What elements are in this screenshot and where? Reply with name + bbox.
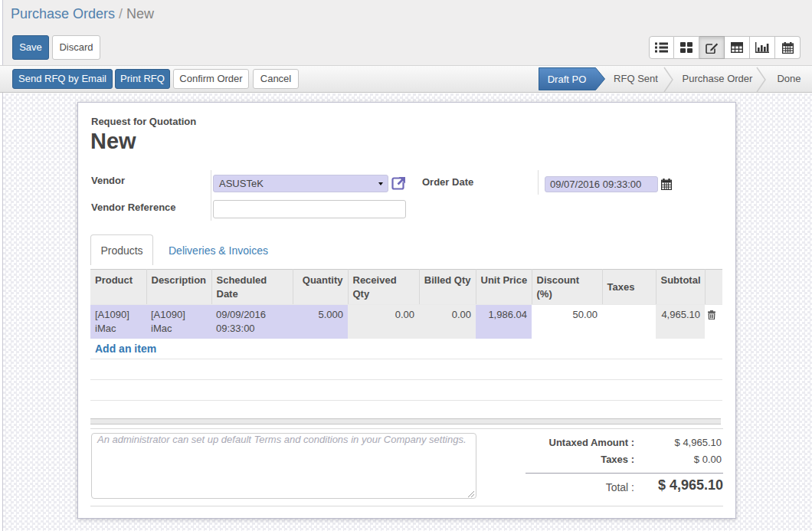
svg-text:Draft PO: Draft PO (548, 74, 587, 85)
